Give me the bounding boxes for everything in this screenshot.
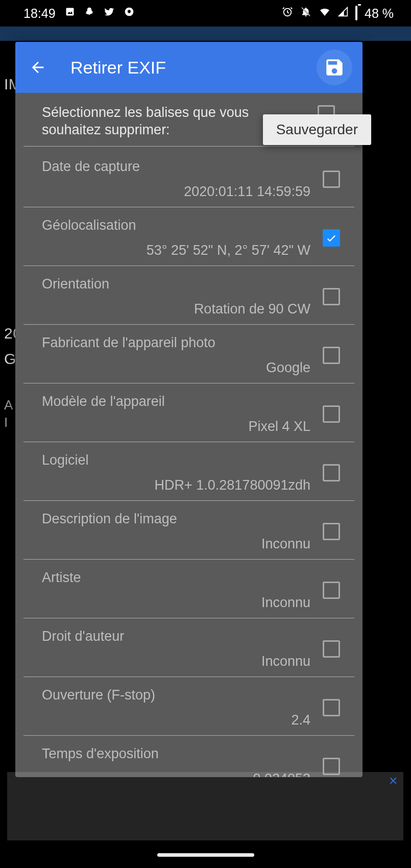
exif-item-checkbox[interactable] — [323, 405, 340, 423]
battery-icon — [355, 7, 357, 20]
exif-item-checkbox[interactable] — [323, 582, 340, 599]
exif-item-label: Logiciel — [42, 452, 313, 468]
exif-item-label: Artiste — [42, 570, 313, 586]
snapchat-icon — [84, 7, 94, 20]
exif-item-checkbox[interactable] — [323, 640, 340, 658]
save-button[interactable] — [317, 50, 352, 85]
ad-close-button[interactable]: ✕ — [387, 775, 399, 787]
exif-item-checkbox[interactable] — [323, 171, 340, 188]
exif-item-value: Inconnu — [42, 536, 313, 552]
exif-item-checkbox[interactable] — [323, 699, 340, 716]
signal-icon — [338, 7, 348, 20]
exif-item-value: Inconnu — [42, 595, 313, 611]
exif-item-value: Inconnu — [42, 654, 313, 669]
exif-item-value: HDR+ 1.0.281780091zdh — [42, 477, 313, 493]
svg-rect-0 — [66, 8, 74, 16]
exif-item[interactable]: Ouverture (F-stop) 2.4 — [23, 677, 354, 736]
exif-item-value: 2020:01:11 14:59:59 — [42, 184, 313, 200]
exif-item-checkbox[interactable] — [323, 523, 340, 540]
bg-text: A — [4, 397, 13, 413]
save-tooltip: Sauvegarder — [263, 114, 371, 145]
remove-exif-dialog: Retirer EXIF Sélectionnez les balises qu… — [15, 42, 362, 777]
exif-item[interactable]: Description de l'image Inconnu — [23, 501, 354, 560]
exif-item[interactable]: Date de capture 2020:01:11 14:59:59 — [23, 149, 354, 207]
bg-text: G — [4, 350, 16, 368]
exif-item-label: Droit d'auteur — [42, 629, 313, 644]
exif-item[interactable]: Fabricant de l'appareil photo Google — [23, 325, 354, 383]
exif-item-checkbox[interactable] — [323, 229, 340, 247]
exif-item[interactable]: Temps d'exposition 0.024053 — [23, 736, 354, 778]
exif-item-value: Rotation de 90 CW — [42, 301, 313, 317]
status-right: 48 % — [282, 6, 394, 21]
bg-text: I — [4, 415, 8, 430]
wifi-icon — [319, 6, 331, 21]
ad-banner[interactable]: ✕ — [7, 772, 403, 840]
exif-item[interactable]: Modèle de l'appareil Pixel 4 XL — [23, 383, 354, 442]
exif-item-value: Google — [42, 360, 313, 376]
exif-item[interactable]: Logiciel HDR+ 1.0.281780091zdh — [23, 442, 354, 501]
nav-home-pill[interactable] — [157, 853, 254, 857]
android-navbar — [0, 845, 411, 865]
gallery-icon — [65, 7, 75, 20]
exif-item-value: Pixel 4 XL — [42, 419, 313, 435]
status-bar: 18:49 48 % — [0, 0, 411, 27]
exif-item-value: 2.4 — [42, 712, 313, 728]
status-left: 18:49 — [23, 6, 134, 21]
twitter-icon — [104, 6, 115, 20]
battery-percent: 48 % — [365, 6, 394, 21]
dialog-body[interactable]: Sélectionnez les balises que vous souhai… — [15, 93, 362, 777]
back-button[interactable] — [26, 55, 50, 80]
exif-item-label: Date de capture — [42, 159, 313, 175]
exif-item-label: Orientation — [42, 276, 313, 292]
exif-item-label: Modèle de l'appareil — [42, 394, 313, 409]
exif-item-checkbox[interactable] — [323, 288, 340, 305]
exif-item-label: Temps d'exposition — [42, 746, 313, 762]
background-app-header — [0, 27, 411, 41]
dialog-header: Retirer EXIF — [15, 42, 362, 93]
exif-item-label: Ouverture (F-stop) — [42, 687, 313, 703]
exif-item[interactable]: Artiste Inconnu — [23, 560, 354, 618]
exif-item-checkbox[interactable] — [323, 347, 340, 364]
exif-item-value: 53° 25' 52" N, 2° 57' 42" W — [42, 243, 313, 258]
dnd-icon — [300, 6, 311, 20]
exif-item-checkbox[interactable] — [323, 464, 340, 481]
exif-item-label: Géolocalisation — [42, 218, 313, 233]
exif-item[interactable]: Droit d'auteur Inconnu — [23, 618, 354, 677]
exif-item[interactable]: Géolocalisation 53° 25' 52" N, 2° 57' 42… — [23, 207, 354, 266]
dialog-title: Retirer EXIF — [70, 58, 317, 78]
exif-item[interactable]: Orientation Rotation de 90 CW — [23, 266, 354, 325]
exif-item-label: Description de l'image — [42, 511, 313, 527]
alarm-icon — [282, 6, 293, 20]
exif-item-label: Fabricant de l'appareil photo — [42, 335, 313, 351]
status-time: 18:49 — [23, 6, 56, 21]
soccer-icon — [124, 7, 134, 20]
